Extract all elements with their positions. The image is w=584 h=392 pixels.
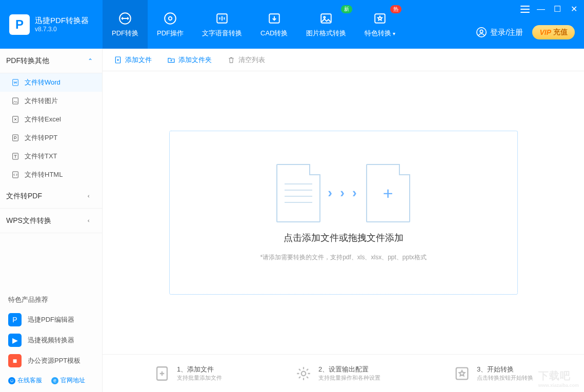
auth-area: 登录/注册 VIP 充值 (476, 25, 575, 39)
main-panel: 添加文件 添加文件夹 清空列表 › › › + 点击添加文件或拖拽文件添加 *请… (103, 49, 584, 392)
recommend-ppt-templates[interactable]: ■ 办公资源PPT模板 (0, 350, 102, 371)
recommend-video-converter[interactable]: ▶ 迅捷视频转换器 (0, 330, 102, 350)
file-toolbar: 添加文件 添加文件夹 清空列表 (103, 49, 584, 71)
sidebar-group-to-pdf[interactable]: 文件转PDF ⌃ (0, 184, 102, 209)
minimize-button[interactable]: — (536, 5, 546, 14)
step-title: 2、设置输出配置 (318, 365, 380, 374)
tab-label: 特色转换▾ (365, 29, 395, 38)
app-header: P 迅捷PDF转换器 v8.7.3.0 PDF转换 PDF操作 文字语音转换 C… (0, 0, 584, 49)
swap-icon (118, 11, 132, 26)
button-label: 添加文件 (125, 55, 152, 65)
sidebar-item-to-txt[interactable]: 文件转TXT (0, 147, 102, 166)
txt-file-icon (11, 152, 19, 160)
recommend-label: 迅捷PDF编辑器 (28, 315, 74, 324)
new-badge: 新 (341, 5, 352, 13)
app-logo-icon: P (9, 14, 30, 35)
step-configure: 2、设置输出配置支持批量操作和各种设置 (295, 365, 380, 382)
login-label: 登录/注册 (490, 28, 523, 37)
close-button[interactable]: ✕ (569, 4, 579, 14)
tab-label: CAD转换 (260, 29, 288, 38)
file-plus-icon (153, 365, 171, 382)
image-file-icon (11, 97, 19, 105)
item-label: 文件转Excel (25, 115, 61, 124)
svg-point-18 (301, 371, 306, 376)
ppt-template-icon: ■ (8, 354, 22, 367)
tab-pdf-convert[interactable]: PDF转换 (103, 0, 148, 49)
chevron-right-icon: ⌃ (87, 194, 94, 199)
headset-icon: ☺ (8, 377, 15, 384)
vip-action: 充值 (553, 28, 568, 37)
gear-circle-icon (163, 11, 177, 26)
svg-point-6 (324, 16, 326, 18)
sidebar: PDF转换其他 ⌃ 文件转Word 文件转图片 文件转Excel 文件转PPT … (0, 49, 103, 392)
item-label: 文件转图片 (25, 96, 58, 106)
item-label: 文件转TXT (25, 152, 57, 161)
html-file-icon (11, 171, 19, 179)
tab-pdf-operate[interactable]: PDF操作 (148, 0, 193, 49)
image-icon (319, 11, 333, 26)
recommend-pdf-editor[interactable]: P 迅捷PDF编辑器 (0, 310, 102, 330)
tab-image-format[interactable]: 新 图片格式转换 (297, 0, 355, 49)
chevron-down-icon: ▾ (393, 31, 395, 36)
group-label: WPS文件转换 (6, 216, 51, 225)
tab-label: PDF转换 (112, 29, 138, 38)
user-circle-icon (476, 27, 487, 38)
item-label: 文件转Word (25, 78, 61, 87)
vip-prefix: VIP (539, 28, 551, 36)
step-subtitle: 支持批量操作和各种设置 (318, 374, 380, 382)
customer-service-link[interactable]: ☺在线客服 (8, 376, 42, 385)
sidebar-item-to-html[interactable]: 文件转HTML (0, 166, 102, 184)
group-label: PDF转换其他 (6, 56, 49, 66)
vip-recharge-button[interactable]: VIP 充值 (532, 25, 575, 39)
step-subtitle: 支持批量添加文件 (177, 374, 222, 382)
add-folder-button[interactable]: 添加文件夹 (167, 55, 212, 65)
step-subtitle: 点击转换按钮开始转换 (477, 374, 533, 382)
chevron-right-icon: ⌃ (87, 218, 94, 223)
logo-area: P 迅捷PDF转换器 v8.7.3.0 (0, 14, 103, 35)
document-plus-icon: + (366, 164, 410, 222)
sidebar-item-to-ppt[interactable]: 文件转PPT (0, 129, 102, 147)
item-label: 文件转PPT (25, 133, 57, 142)
sidebar-group-wps[interactable]: WPS文件转换 ⌃ (0, 209, 102, 233)
svg-rect-13 (13, 135, 18, 141)
ppt-file-icon (11, 134, 19, 142)
sidebar-item-to-word[interactable]: 文件转Word (0, 73, 102, 92)
group-label: 文件转PDF (6, 192, 42, 201)
button-label: 清空列表 (238, 55, 265, 65)
maximize-button[interactable]: ☐ (552, 4, 562, 14)
steps-bar: 1、添加文件支持批量添加文件 2、设置输出配置支持批量操作和各种设置 3、开始转… (103, 354, 584, 392)
sidebar-item-to-excel[interactable]: 文件转Excel (0, 110, 102, 129)
link-label: 官网地址 (61, 376, 85, 385)
svg-point-2 (169, 16, 172, 20)
add-file-button[interactable]: 添加文件 (114, 55, 152, 65)
recommend-label: 迅捷视频转换器 (28, 336, 74, 345)
chevron-up-icon: ⌃ (88, 57, 93, 65)
window-controls: — ☐ ✕ (520, 4, 579, 14)
svg-point-9 (480, 30, 484, 33)
svg-rect-11 (13, 98, 18, 104)
official-site-link[interactable]: e官网地址 (51, 376, 85, 385)
recommend-label: 办公资源PPT模板 (28, 356, 80, 365)
login-button[interactable]: 登录/注册 (476, 27, 523, 38)
tab-special-convert[interactable]: 热 特色转换▾ (355, 0, 405, 49)
tab-cad-convert[interactable]: CAD转换 (251, 0, 297, 49)
excel-file-icon (11, 115, 19, 123)
sidebar-group-pdf-other[interactable]: PDF转换其他 ⌃ (0, 49, 102, 73)
tab-label: 图片格式转换 (306, 29, 346, 38)
svg-point-1 (165, 13, 176, 24)
globe-icon: e (51, 377, 58, 384)
recommend-title: 特色产品推荐 (0, 290, 102, 310)
drop-main-text: 点击添加文件或拖拽文件添加 (284, 232, 404, 244)
sidebar-item-to-image[interactable]: 文件转图片 (0, 92, 102, 110)
menu-icon[interactable] (520, 6, 530, 13)
star-box-icon (373, 11, 387, 26)
drop-zone[interactable]: › › › + 点击添加文件或拖拽文件添加 *请添加需要转换的文件，支持pdf、… (169, 131, 518, 295)
svg-rect-10 (13, 79, 18, 86)
main-tabs: PDF转换 PDF操作 文字语音转换 CAD转换 新 图片格式转换 热 特色转换… (103, 0, 584, 49)
button-label: 添加文件夹 (178, 55, 212, 65)
pdf-editor-icon: P (8, 313, 22, 326)
star-box-icon (453, 365, 471, 382)
tab-text-voice[interactable]: 文字语音转换 (193, 0, 251, 49)
document-icon (276, 164, 320, 222)
clear-list-button[interactable]: 清空列表 (227, 55, 265, 65)
